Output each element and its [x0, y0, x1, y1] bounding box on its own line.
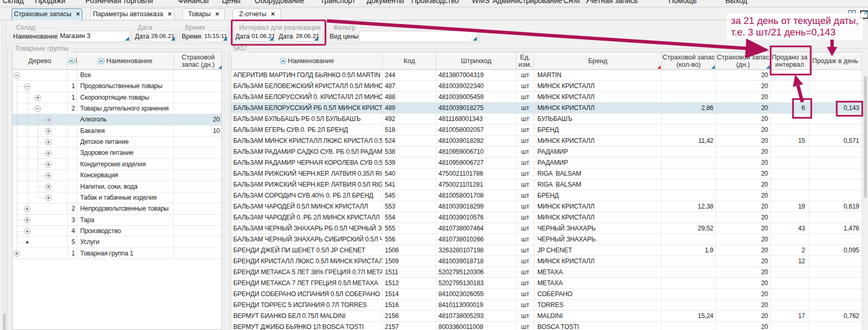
sku-cell-barcode: 5202795120306 [436, 267, 517, 277]
tree-table-header: ДеревоПорядокНаименованиеСтраховойзапас … [12, 52, 221, 70]
tree-expand-icon[interactable] [46, 139, 52, 145]
sku-cell-unit: шт [517, 92, 534, 102]
sku-colheader-name[interactable]: Наименование [231, 52, 383, 69]
tab-close-icon[interactable]: × [271, 10, 275, 18]
date-combo[interactable]: 28.06.21 [149, 31, 176, 42]
tree-expand-icon[interactable] [14, 251, 20, 256]
sku-row[interactable]: БАЛЬЗАМ ЧАРОДЕЙ 0. РБ 2Л МИНСК КРИСТАЛЛ5… [231, 212, 862, 223]
sku-row[interactable]: ВЕРМУТ БИАНКО БЕЛ 0.75Л MALDINI215648107… [231, 311, 862, 322]
sku-colheader-code[interactable]: Код [383, 52, 436, 69]
sku-row[interactable]: БРЕНДИ СОБЕРАНО ИСПАНИЯ 0.5Л СОБЕРАНО151… [231, 289, 862, 300]
tree-expand-icon[interactable] [46, 173, 52, 178]
tab-3[interactable]: Товары× [182, 8, 225, 20]
sku-cell-sold [771, 92, 809, 102]
store-name-combo[interactable]: Магазин 3 [57, 31, 130, 42]
sku-row[interactable]: БРЕНДИ МЕТАКСА 5 ЛЕТ 38% ГРЕЦИЯ 0.7Л МЕТ… [231, 267, 862, 278]
tree-expand-icon[interactable] [24, 228, 30, 234]
tab-4[interactable]: Z-отчеты× [233, 8, 281, 20]
menu-item-3[interactable]: Розничная торговля [85, 0, 153, 6]
sku-row[interactable]: БАЛЬЗАМ РИЖСКИЙ ЧЕРН.КЕР. ЛАТВИЯ 0.5Л RI… [231, 179, 862, 190]
tab-1[interactable]: Страховые запасы× [11, 8, 82, 20]
interval-date-to-combo[interactable]: 28.06.21 [294, 31, 319, 42]
sku-row[interactable]: БРЕНДИ КРИСТАЛЛ ЛЮКС 0.5Л МИНСК КРИСТАЛЛ… [231, 256, 862, 267]
sku-cell-barcode: 8410023026055 [436, 289, 517, 299]
tree-expand-icon[interactable] [46, 162, 52, 167]
sku-row[interactable]: АПЕРИТИВ МАРТИН ГОЛД БЬЯНКО 0.5Л MARTIN2… [231, 70, 862, 81]
menu-item-4[interactable]: Финансы [178, 0, 209, 6]
menu-item-9[interactable]: Производство [411, 0, 459, 6]
sku-row[interactable]: БАЛЬЗАМ ЕГЕРЬ СУВ.0. РБ 2Л БРЕНД51848100… [231, 125, 862, 136]
menu-item-11[interactable]: Администрирование [493, 0, 562, 6]
sku-row[interactable]: ВЕРМУТ ДЖИБО БЬЯНКО 1Л BOSCA TOSTI215780… [231, 322, 862, 330]
tab-close-icon[interactable]: × [76, 10, 80, 18]
tree-colheader-order[interactable]: Порядок [68, 52, 77, 69]
sku-vscrollbar-thumb[interactable] [864, 76, 867, 198]
tree-expand-icon[interactable] [46, 184, 52, 190]
sku-colheader-perday[interactable]: Продаж в день [809, 52, 862, 69]
sku-cell-sold [771, 212, 809, 223]
menu-item-8[interactable]: Документы [367, 0, 404, 6]
time-combo[interactable]: 15:15:11 [202, 31, 228, 42]
tree-colheader-tree[interactable]: Дерево [12, 52, 68, 69]
menu-item-14[interactable]: Помощь [669, 0, 697, 6]
sku-row[interactable]: БАЛЬЗАМ РИЖСКИЙ ЧЕРН.КЕР. ЛАТВИЯ 0.35Л R… [231, 168, 862, 179]
sku-colheader-qty[interactable]: Страховой запас(кол-во) [662, 52, 716, 69]
interval-date-from-combo[interactable]: 01.06.21 [249, 31, 274, 42]
sku-vscrollbar[interactable] [862, 70, 868, 330]
tree-collapse-icon[interactable] [24, 84, 30, 90]
menu-item-13[interactable]: Учетная запись [585, 0, 638, 6]
sku-row[interactable]: БАЛЬЗАМ МИНСК КРИСТАЛЛ ЛЮКС КРИСТАЛ 0.5Л… [231, 136, 862, 146]
tree-expand-icon[interactable] [46, 117, 52, 123]
sku-row[interactable]: БАЛЬЗАМ ЧАРОДЕЙ 0.5Л МИНСК КРИСТАЛЛ55348… [231, 201, 862, 212]
tree-expand-icon[interactable] [46, 151, 52, 156]
tree-cell-name: Алкоголь [77, 114, 174, 125]
sku-cell-barcode: 4810738005293 [436, 311, 517, 321]
menu-item-7[interactable]: Транспорт [320, 0, 355, 6]
sku-colheader-sold[interactable]: Продано заинтервал [771, 52, 809, 69]
sku-colheader-barcode[interactable]: Штрихкод [436, 52, 517, 69]
sku-cell-days: 20 [716, 201, 771, 212]
sku-row[interactable]: БРЕНДИ ТОРРЕС 5 ИСПАНИЯ 0.7Л TORRES15168… [231, 300, 862, 311]
menu-item-5[interactable]: Цены [222, 0, 241, 6]
sku-colheader-unit[interactable]: Ед.изм. [517, 52, 534, 69]
menu-item-12[interactable]: CRM [563, 0, 580, 6]
tree-expand-icon[interactable] [46, 128, 52, 134]
sku-colheader-brand[interactable]: Бренд [534, 52, 662, 69]
price-type-combo[interactable] [359, 31, 478, 42]
sku-cell-qty [662, 322, 716, 330]
sku-row[interactable]: БАЛЬЗАМ СОРОДИЧ СУВ.40% 0. РБ 2Л БРЕНД54… [231, 190, 862, 201]
tree-expand-icon[interactable] [24, 217, 30, 223]
sku-cell-unit: шт [517, 300, 534, 310]
sku-row[interactable]: БАЛЬЗАМ РАДАМИР САДКО СУВ. РБ 0.5Л РАДАМ… [231, 146, 862, 157]
menu-item-1[interactable]: Склад [3, 0, 24, 6]
tree-expand-icon[interactable] [46, 195, 52, 201]
tree-colheader-stock[interactable]: Страховойзапас (дн.) [174, 52, 222, 69]
menu-item-2[interactable]: Продажи [35, 0, 65, 6]
tree-expand-icon[interactable] [24, 206, 30, 212]
sku-row[interactable]: БАЛЬЗАМ БЕЛОРУССКИЙ РБ 0.5Л МИНСК КРИСТА… [231, 103, 862, 114]
menu-item-15[interactable]: Выход [725, 0, 747, 6]
menu-item-6[interactable]: Оборудование [255, 0, 304, 6]
sku-cell-sold: 17 [771, 311, 809, 321]
tree-collapse-icon[interactable] [35, 106, 41, 112]
sku-row[interactable]: БРЕНДИ ДЖЕЙ ПИ ШЕНЕТ 0.5Л JP CHENET15063… [231, 245, 862, 256]
sku-row[interactable]: БАЛЬЗАМ ЧЕРНЫЙ ЗНАХАРЬ РБ 0.5Л ЧЕРНЫЙ ЗН… [231, 223, 862, 234]
sku-row[interactable]: БАЛЬЗАМ БУЛЬБАШЪ РБ 0.5Л БУЛЬБАШЪ4924811… [231, 114, 862, 125]
tree-cell-name: Товары длительного хранения [77, 103, 174, 114]
sku-row[interactable]: БАЛЬЗАМ ЧЕРНЫЙ ЗНАХАРЬ СИБИРСКИЙ 0.5Л ЧЕ… [231, 234, 862, 245]
tree-cell-stock [174, 137, 222, 147]
tab-close-icon[interactable]: × [168, 10, 171, 18]
tree-colheader-name[interactable]: Наименование [77, 52, 174, 69]
sku-row[interactable]: БРЕНДИ МЕТАКСА 7 ЛЕТ ГРЕЦИЯ 0.5Л МЕТАХА1… [231, 278, 862, 289]
tree-collapse-icon[interactable] [14, 72, 20, 78]
tree-expand-icon[interactable] [35, 95, 41, 101]
sku-row[interactable]: БАЛЬЗАМ РАДАМИР ЧЕРНАЯ КОРОЛЕВА СУВ 0.5Л… [231, 157, 862, 168]
sku-row[interactable]: БАЛЬЗАМ БЕЛОРУССКИЙ 0. КРИСТАЛЛ 2Л МИНСК… [231, 92, 862, 103]
tab-close-icon[interactable]: × [216, 10, 219, 18]
sku-row[interactable]: БАЛЬЗАМ БЕЛОВЕЖСКИЙ КРИСТАЛЛ 0.5Л МИНСК … [231, 81, 862, 92]
tree-cell-order: 2 [68, 103, 77, 114]
tab-2[interactable]: Параметры автозаказа× [90, 8, 174, 20]
menu-item-10[interactable]: WMS [472, 0, 489, 6]
left-scroll-thumb [3, 313, 6, 330]
sku-colheader-days[interactable]: Страховой запас(дн.) [716, 52, 771, 69]
